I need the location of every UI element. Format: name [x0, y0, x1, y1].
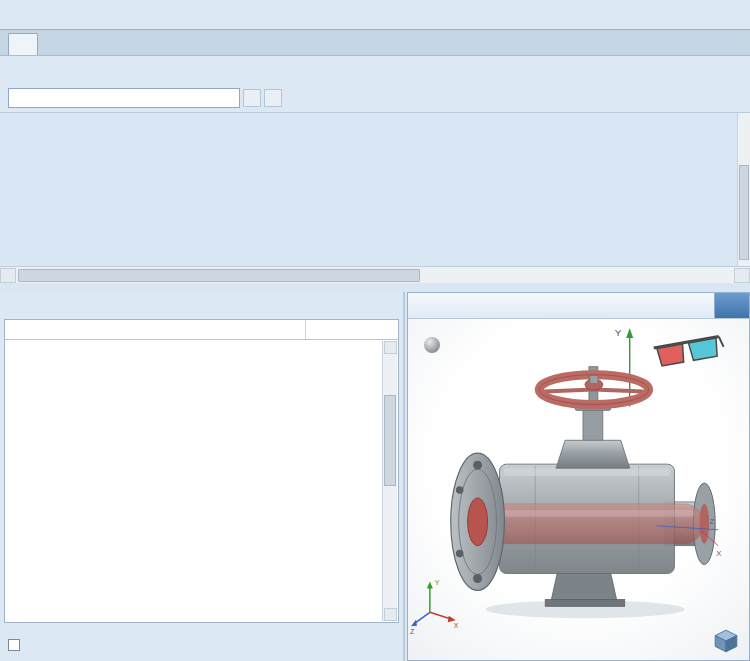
- scroll-left-icon[interactable]: [0, 268, 16, 283]
- previous-match-button[interactable]: [243, 89, 261, 107]
- scrollbar-track[interactable]: [16, 268, 734, 283]
- svg-text:X: X: [454, 622, 459, 629]
- scrollbar-thumb[interactable]: [739, 165, 749, 260]
- info-panel-tab-bar: [0, 292, 403, 318]
- scrollbar-track[interactable]: [383, 354, 397, 608]
- topology-vertical-scrollbar[interactable]: [382, 341, 397, 621]
- svg-text:Z: Z: [709, 517, 714, 526]
- svg-text:Z: Z: [410, 628, 415, 635]
- tab-technische-angaben[interactable]: [714, 293, 749, 318]
- svg-text:Y: Y: [615, 327, 622, 338]
- main-tab-bar: [0, 0, 750, 30]
- next-match-button[interactable]: [264, 89, 282, 107]
- document-tab[interactable]: [8, 33, 38, 55]
- viewer-header: [408, 293, 749, 319]
- parts-table: [0, 112, 750, 113]
- topology-header-row: [5, 320, 398, 340]
- search-filter-bar: [0, 84, 750, 112]
- features-3d-checkbox[interactable]: [8, 639, 20, 651]
- valve-3d-model: Y: [408, 319, 749, 660]
- scrollbar-thumb[interactable]: [18, 269, 420, 282]
- search-input[interactable]: [8, 88, 240, 108]
- viewer-panel: Y: [407, 292, 750, 661]
- info-panel: [0, 292, 405, 661]
- reference-sphere: [424, 337, 440, 353]
- svg-text:Y: Y: [435, 579, 440, 586]
- scroll-up-icon[interactable]: [384, 341, 397, 354]
- scroll-down-icon[interactable]: [384, 608, 397, 621]
- axis-triad-icon: Y X Z: [410, 579, 459, 635]
- scrollbar-thumb[interactable]: [384, 395, 396, 486]
- topology-rows: [5, 340, 398, 622]
- topology-table: [4, 319, 399, 623]
- document-tab-bar: [0, 30, 750, 56]
- column-header-name[interactable]: [5, 320, 306, 339]
- table-vertical-scrollbar[interactable]: [737, 113, 750, 266]
- view-mode-tab-bar: [0, 56, 750, 84]
- viewer-3d-canvas[interactable]: Y: [408, 319, 749, 660]
- table-horizontal-scrollbar[interactable]: [0, 266, 750, 283]
- svg-text:X: X: [716, 549, 722, 558]
- scroll-right-icon[interactable]: [734, 268, 750, 283]
- 3d-cube-icon[interactable]: [713, 628, 739, 654]
- features-3d-toggle[interactable]: [8, 639, 26, 651]
